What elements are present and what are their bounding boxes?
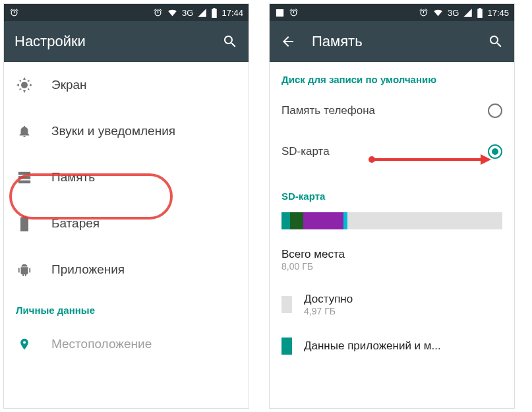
item-apps[interactable]: Приложения [4,247,249,293]
android-icon [16,261,33,278]
clock-time: 17:44 [222,8,243,18]
item-location[interactable]: Местоположение [4,321,249,367]
phone-settings: 3G 17:44 Настройки Экран Звуки и увед [3,3,249,409]
storage-title: Всего места [281,248,345,261]
phone-storage: 3G 17:45 Память Диск для записи по умолч… [269,3,515,409]
search-icon[interactable] [222,34,238,49]
image-icon [275,8,285,18]
network-label: 3G [448,8,459,18]
svg-rect-4 [276,9,283,16]
section-personal: Личные данные [4,293,249,321]
radio-icon [488,103,502,118]
network-label: 3G [182,8,193,18]
storage-available[interactable]: Доступно 4,97 ГБ [270,282,514,327]
storage-total[interactable]: Всего места 8,00 ГБ [270,237,514,282]
clock-time: 17:45 [487,8,509,18]
radio-label: SD-карта [281,145,477,158]
svg-point-0 [21,82,28,88]
alarm-icon [153,8,163,18]
wifi-icon [432,8,444,18]
search-icon[interactable] [488,34,504,49]
item-storage[interactable]: Память [4,154,249,200]
alarm-icon [9,8,19,18]
storage-sub: 4,97 ГБ [304,306,353,316]
brightness-icon [16,76,33,94]
page-title: Настройки [15,33,206,50]
swatch-icon [281,296,292,313]
section-default-disk: Диск для записи по умолчанию [270,62,514,90]
location-icon [16,336,33,353]
bell-icon [16,123,33,140]
item-label: Местоположение [51,337,237,351]
battery-icon [211,8,218,18]
svg-rect-1 [18,172,30,175]
status-bar: 3G 17:45 [270,4,514,21]
signal-icon [463,8,473,18]
item-label: Звуки и уведомления [51,124,237,138]
storage-usage-bar [281,212,502,229]
storage-title: Данные приложений и м... [304,339,441,353]
svg-rect-2 [18,176,30,179]
battery-icon [16,215,33,232]
item-label: Память [51,170,237,185]
swatch-icon [281,338,292,355]
storage-icon [16,169,33,186]
app-bar: Память [270,21,514,62]
svg-rect-3 [18,181,30,184]
item-label: Экран [51,78,237,92]
storage-sub: 8,00 ГБ [281,261,345,272]
item-battery[interactable]: Батарея [4,200,249,247]
back-icon[interactable] [280,34,296,49]
page-title: Память [312,33,472,50]
storage-title: Доступно [304,293,353,306]
radio-icon [488,144,502,159]
radio-sd-card[interactable]: SD-карта [270,131,514,172]
battery-icon [477,8,483,18]
radio-phone-memory[interactable]: Память телефона [270,90,514,131]
signal-icon [197,8,207,18]
item-display[interactable]: Экран [4,62,249,108]
section-sd: SD-карта [270,172,514,207]
radio-label: Память телефона [281,104,477,117]
alarm-icon [289,8,299,18]
app-bar: Настройки [4,21,249,62]
storage-apps[interactable]: Данные приложений и м... [270,327,514,365]
item-label: Приложения [51,262,237,277]
wifi-icon [167,8,178,18]
alarm-icon [419,8,429,18]
item-label: Батарея [51,216,237,231]
status-bar: 3G 17:44 [4,4,249,21]
item-sound[interactable]: Звуки и уведомления [4,108,249,154]
